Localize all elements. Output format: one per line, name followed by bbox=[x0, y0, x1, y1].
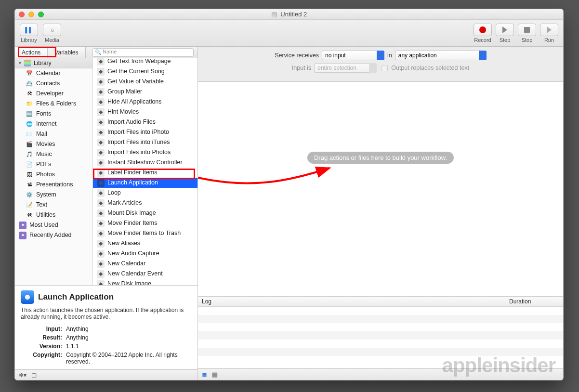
action-icon: ◆ bbox=[97, 129, 105, 136]
workflow-drop-area[interactable]: Drag actions or files here to build your… bbox=[198, 82, 563, 296]
action-icon: ◆ bbox=[97, 209, 105, 217]
category-presentations[interactable]: 📽Presentations bbox=[15, 180, 92, 190]
action-label-finder-items[interactable]: ◆Label Finder Items bbox=[93, 168, 197, 178]
action-get-value-of-variable[interactable]: ◆Get Value of Variable bbox=[93, 77, 197, 87]
stop-button[interactable]: Stop bbox=[518, 24, 536, 43]
category-label: Contacts bbox=[36, 79, 60, 88]
action-group-mailer[interactable]: ◆Group Mailer bbox=[93, 87, 197, 97]
smart-most-used[interactable]: ✦Most Used bbox=[15, 220, 92, 230]
action-import-files-into-itunes[interactable]: ◆Import Files into iTunes bbox=[93, 137, 197, 147]
action-label: Mark Articles bbox=[107, 199, 142, 207]
log-header-log[interactable]: Log bbox=[198, 297, 505, 306]
category-system[interactable]: ⚙️System bbox=[15, 190, 92, 200]
service-receives-select[interactable]: no input ▲▼ bbox=[322, 51, 384, 60]
view-list-icon[interactable]: ≣ bbox=[202, 371, 207, 378]
action-move-finder-items-to-trash[interactable]: ◆Move Finder Items to Trash bbox=[93, 228, 197, 238]
run-icon bbox=[547, 26, 552, 33]
category-developer[interactable]: 🛠Developer bbox=[15, 89, 92, 99]
action-label: Import Files into Photos bbox=[107, 148, 171, 157]
action-label: Loop bbox=[107, 189, 121, 197]
action-get-text-from-webpage[interactable]: ◆Get Text from Webpage bbox=[93, 58, 197, 66]
action-new-calendar[interactable]: ◆New Calendar bbox=[93, 259, 197, 269]
titlebar: ▤ Untitled 2 bbox=[15, 9, 563, 20]
action-icon: ◆ bbox=[97, 78, 105, 86]
media-label: Media bbox=[45, 37, 59, 43]
category-pdfs[interactable]: 📄PDFs bbox=[15, 159, 92, 170]
action-label: New Aliases bbox=[107, 239, 140, 248]
log-header-duration[interactable]: Duration bbox=[505, 297, 563, 306]
category-label: Music bbox=[36, 150, 52, 158]
action-new-calendar-event[interactable]: ◆New Calendar Event bbox=[93, 269, 197, 279]
search-input[interactable]: Name bbox=[92, 48, 194, 57]
application-select[interactable]: any application ▲▼ bbox=[395, 51, 487, 60]
category-internet[interactable]: 🌐Internet bbox=[15, 119, 92, 129]
actions-list[interactable]: ◆Get Text from Webpage◆Get the Current S… bbox=[93, 58, 197, 285]
library-button[interactable]: ▌▌ Library bbox=[20, 24, 38, 43]
view-grid-icon[interactable]: ▤ bbox=[212, 371, 218, 378]
action-new-aliases[interactable]: ◆New Aliases bbox=[93, 238, 197, 248]
category-icon: 📁 bbox=[26, 100, 33, 108]
category-text[interactable]: 📝Text bbox=[15, 200, 92, 210]
tab-variables[interactable]: Variables bbox=[48, 47, 85, 58]
action-icon: ◆ bbox=[97, 149, 105, 157]
category-icon: 📄 bbox=[26, 161, 33, 169]
action-label: Move Finder Items bbox=[107, 219, 158, 227]
category-icon: 🎵 bbox=[26, 151, 33, 158]
action-import-files-into-photos[interactable]: ◆Import Files into Photos bbox=[93, 147, 197, 157]
category-icon: 📅 bbox=[26, 70, 33, 78]
action-icon: ◆ bbox=[97, 260, 105, 268]
run-button[interactable]: Run bbox=[540, 24, 558, 43]
category-movies[interactable]: 🎬Movies bbox=[15, 139, 92, 149]
library-panel: Actions Variables Name ▼ Library 📅Calend… bbox=[15, 47, 198, 380]
tab-actions[interactable]: Actions bbox=[15, 47, 48, 58]
category-files-folders[interactable]: 📁Files & Folders bbox=[15, 99, 92, 109]
category-fonts[interactable]: 🔤Fonts bbox=[15, 109, 92, 119]
library-label: Library bbox=[21, 37, 37, 43]
action-loop[interactable]: ◆Loop bbox=[93, 188, 197, 198]
action-label: New Calendar bbox=[107, 260, 145, 268]
record-button[interactable]: Record bbox=[474, 24, 492, 43]
category-music[interactable]: 🎵Music bbox=[15, 149, 92, 159]
toggle-info-icon[interactable]: ▢ bbox=[31, 372, 37, 379]
window-title: ▤ Untitled 2 bbox=[15, 11, 563, 18]
step-button[interactable]: Step bbox=[496, 24, 514, 43]
action-import-files-into-iphoto[interactable]: ◆Import Files into iPhoto bbox=[93, 127, 197, 137]
smart-folder-icon: ✦ bbox=[19, 232, 26, 239]
action-new-audio-capture[interactable]: ◆New Audio Capture bbox=[93, 248, 197, 259]
action-icon: ◆ bbox=[97, 280, 105, 286]
gear-icon[interactable]: ✻▾ bbox=[19, 372, 26, 379]
action-hint-movies[interactable]: ◆Hint Movies bbox=[93, 107, 197, 117]
category-label: PDFs bbox=[36, 160, 51, 169]
action-icon: ◆ bbox=[97, 189, 105, 197]
step-label: Step bbox=[500, 37, 511, 43]
category-icon: ⚙️ bbox=[26, 191, 33, 199]
action-label: Instant Slideshow Controller bbox=[107, 158, 183, 167]
category-mail[interactable]: ✉️Mail bbox=[15, 129, 92, 139]
action-label: New Audio Capture bbox=[107, 249, 159, 258]
action-icon: ◆ bbox=[97, 68, 105, 76]
action-launch-application[interactable]: ◆Launch Application bbox=[93, 178, 197, 188]
smart-folder-icon: ✦ bbox=[19, 222, 26, 229]
category-icon: 🛠 bbox=[26, 211, 33, 219]
category-photos[interactable]: 🖼Photos bbox=[15, 170, 92, 180]
action-instant-slideshow-controller[interactable]: ◆Instant Slideshow Controller bbox=[93, 157, 197, 168]
smart-recently-added[interactable]: ✦Recently Added bbox=[15, 230, 92, 240]
action-icon: ◆ bbox=[97, 118, 105, 126]
output-replaces-label: Output replaces selected text bbox=[391, 65, 469, 71]
action-new-disk-image[interactable]: ◆New Disk Image bbox=[93, 279, 197, 285]
action-hide-all-applications[interactable]: ◆Hide All Applications bbox=[93, 97, 197, 107]
category-utilities[interactable]: 🛠Utilities bbox=[15, 210, 92, 220]
category-label: Mail bbox=[36, 130, 47, 138]
action-mark-articles[interactable]: ◆Mark Articles bbox=[93, 198, 197, 208]
categories-list[interactable]: ▼ Library 📅Calendar📇Contacts🛠Developer📁F… bbox=[15, 58, 93, 285]
media-button[interactable]: ♫ Media bbox=[43, 24, 61, 43]
category-contacts[interactable]: 📇Contacts bbox=[15, 78, 92, 89]
action-mount-disk-image[interactable]: ◆Mount Disk Image bbox=[93, 208, 197, 218]
action-get-the-current-song[interactable]: ◆Get the Current Song bbox=[93, 66, 197, 77]
action-label: Hint Movies bbox=[107, 108, 139, 116]
category-calendar[interactable]: 📅Calendar bbox=[15, 68, 92, 78]
action-import-audio-files[interactable]: ◆Import Audio Files bbox=[93, 117, 197, 127]
action-move-finder-items[interactable]: ◆Move Finder Items bbox=[93, 218, 197, 228]
search-placeholder: Name bbox=[103, 49, 117, 54]
library-root[interactable]: ▼ Library bbox=[15, 58, 92, 68]
